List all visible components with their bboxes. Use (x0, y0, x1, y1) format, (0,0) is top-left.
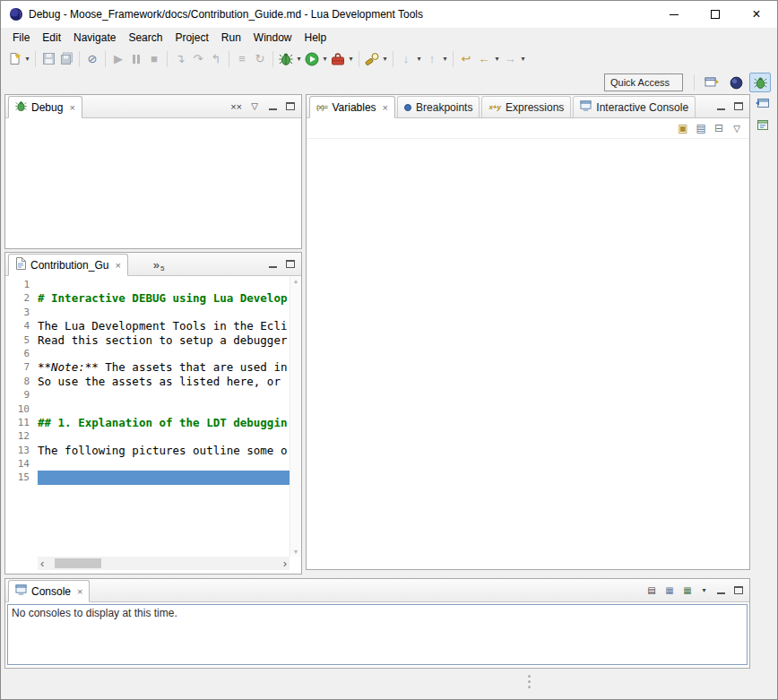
menu-run[interactable]: Run (215, 30, 247, 46)
step-return-button[interactable]: ↰ (207, 49, 225, 69)
editor-tab-contribution-guide[interactable]: Contribution_Gu × (8, 254, 128, 276)
debug-view-minimize-icon[interactable] (267, 99, 278, 114)
editor-horizontal-scrollbar[interactable]: ‹ › (38, 557, 290, 570)
save-button[interactable] (39, 49, 57, 69)
window-maximize-button[interactable] (695, 1, 736, 28)
variables-maximize-icon[interactable] (733, 99, 744, 114)
tab-debug[interactable]: Debug × (8, 96, 82, 118)
show-logical-structures-icon[interactable]: ▣ (678, 123, 687, 134)
menu-edit[interactable]: Edit (36, 30, 67, 46)
code-line[interactable]: Read this section to setup a debugger (38, 333, 290, 347)
code-line[interactable] (38, 278, 290, 291)
tab-console-close-icon[interactable]: × (77, 586, 82, 597)
menu-file[interactable]: File (6, 30, 36, 46)
forward-button[interactable]: → (501, 49, 519, 69)
open-console-icon[interactable]: ▦ (682, 583, 693, 598)
scroll-up-icon[interactable]: ▴ (294, 277, 298, 285)
perspective-debug-button[interactable] (749, 73, 771, 92)
next-annotation-button[interactable]: ↓ (397, 49, 415, 69)
window-minimize-button[interactable] (653, 1, 695, 28)
step-over-button[interactable]: ↷ (189, 49, 207, 69)
skip-all-breakpoints-button[interactable]: ⊘ (83, 49, 101, 69)
tab-variables-close-icon[interactable]: × (383, 102, 388, 113)
code-line[interactable]: **Note:** The assets that are used in (38, 360, 290, 374)
scrollbar-thumb[interactable] (55, 558, 101, 568)
code-line[interactable] (38, 347, 290, 360)
editor-maximize-icon[interactable] (285, 257, 296, 272)
step-into-button[interactable]: ↴ (171, 49, 189, 69)
code-line[interactable]: So use the assets as listed here, or (38, 375, 290, 388)
debug-view-content[interactable] (5, 118, 301, 248)
scroll-down-icon[interactable]: ▾ (294, 548, 298, 556)
run-launch-dropdown[interactable]: ▾ (321, 55, 329, 63)
back-button[interactable]: ← (475, 49, 493, 69)
quick-access-box[interactable]: Quick Access (604, 73, 683, 91)
minimized-view-icon[interactable] (756, 118, 770, 132)
window-close-button[interactable]: × (736, 1, 777, 28)
open-console-dropdown[interactable]: ▾ (700, 586, 708, 594)
code-line[interactable]: The following pictures outline some o (38, 444, 290, 457)
console-maximize-icon[interactable] (733, 583, 744, 598)
menu-project[interactable]: Project (169, 30, 214, 46)
restore-minimized-views-icon[interactable] (756, 96, 770, 109)
console-minimize-icon[interactable] (715, 583, 726, 598)
previous-annotation-dropdown[interactable]: ▾ (441, 55, 449, 63)
variables-minimize-icon[interactable] (715, 99, 726, 114)
debug-view-menu-icon[interactable]: ▽ (249, 99, 260, 114)
variables-content[interactable] (307, 139, 749, 569)
previous-annotation-button[interactable]: ↑ (423, 49, 441, 69)
use-step-filters-button[interactable]: ≡ (233, 49, 251, 69)
tab-console[interactable]: Console × (8, 580, 90, 602)
tab-variables[interactable]: (x)= Variables × (309, 96, 395, 118)
trim-drag-grip[interactable] (528, 675, 531, 688)
new-wizard-button[interactable] (5, 49, 23, 69)
save-all-button[interactable] (57, 49, 75, 69)
debug-launch-dropdown[interactable]: ▾ (295, 55, 303, 63)
code-line[interactable] (38, 306, 290, 319)
debug-view-maximize-icon[interactable] (285, 99, 296, 114)
menu-help[interactable]: Help (298, 30, 333, 46)
code-line[interactable]: # Interactive DEBUG using Lua Develop (38, 291, 290, 305)
editor-tab-overflow-chevron[interactable]: » 5 (148, 256, 170, 275)
code-line[interactable] (38, 388, 290, 402)
show-columns-icon[interactable]: ▤ (696, 123, 706, 134)
perspective-ldt-button[interactable] (725, 73, 747, 92)
remove-terminated-launches-icon[interactable]: ×× (230, 99, 242, 114)
debug-launch-button[interactable] (277, 49, 295, 69)
suspend-button[interactable] (127, 49, 145, 69)
external-tools-button[interactable] (329, 49, 347, 69)
editor-minimize-icon[interactable] (267, 257, 278, 272)
tab-debug-close-icon[interactable]: × (69, 102, 74, 113)
back-dropdown[interactable]: ▾ (493, 55, 501, 63)
last-edit-location-button[interactable]: ↩ (457, 49, 475, 69)
run-launch-button[interactable] (303, 49, 321, 69)
tab-interactive-console[interactable]: Interactive Console (573, 96, 696, 117)
menu-search[interactable]: Search (122, 30, 169, 46)
open-perspective-button[interactable] (701, 73, 722, 92)
terminate-button[interactable]: ■ (145, 49, 163, 69)
editor-tab-close-icon[interactable]: × (115, 260, 120, 271)
resume-button[interactable]: ▶ (109, 49, 127, 69)
menu-navigate[interactable]: Navigate (67, 30, 122, 46)
variables-view-menu-icon[interactable]: ▽ (731, 121, 742, 135)
code-line[interactable]: The Lua Development Tools in the Ecli (38, 319, 290, 333)
next-annotation-dropdown[interactable]: ▾ (415, 55, 423, 63)
tab-expressions[interactable]: x+y Expressions (481, 96, 571, 117)
code-line[interactable]: ## 1. Explanation of the LDT debuggin (38, 416, 290, 429)
code-line[interactable] (38, 402, 290, 416)
scroll-right-icon[interactable]: › (283, 557, 287, 570)
console-content[interactable]: No consoles to display at this time. (7, 604, 748, 665)
display-selected-console-icon[interactable]: ▦ (664, 583, 675, 598)
new-wizard-dropdown[interactable]: ▾ (23, 55, 31, 63)
search-dropdown[interactable]: ▾ (381, 55, 389, 63)
forward-dropdown[interactable]: ▾ (519, 55, 527, 63)
code-line[interactable] (38, 429, 290, 443)
search-button[interactable] (363, 49, 381, 69)
external-tools-dropdown[interactable]: ▾ (347, 55, 355, 63)
open-console-page-icon[interactable]: ▤ (646, 583, 657, 598)
tab-breakpoints[interactable]: Breakpoints (397, 96, 480, 117)
editor-lines[interactable]: # Interactive DEBUG using Lua DevelopThe… (38, 276, 290, 557)
menu-window[interactable]: Window (247, 30, 298, 46)
code-line[interactable] (38, 457, 290, 471)
restart-button[interactable]: ↻ (251, 49, 269, 69)
